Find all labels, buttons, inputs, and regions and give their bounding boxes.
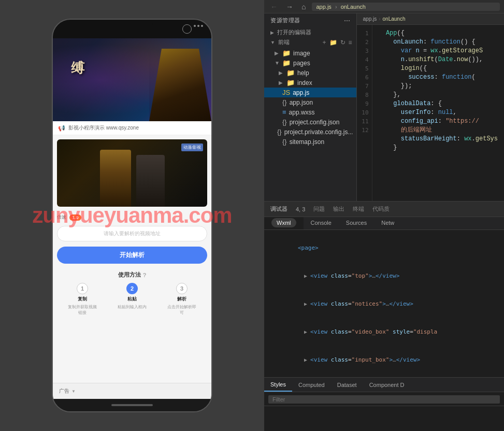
filter-bar [264,392,504,406]
tree-item-privateconfig[interactable]: {} project.private.config.js... [264,127,356,137]
phone-controls [194,25,203,27]
code-line-9: globalData: { [379,99,498,108]
step-2-num: 2 [126,283,138,294]
frontend-arrow: ▼ [270,40,275,45]
wxss-icon-appwxss: ≡ [282,108,286,116]
tree-label-appjson: app.json [290,99,313,106]
line-num-10: 10 [362,108,368,117]
add-file-icon[interactable]: + [322,39,326,46]
tree-item-image[interactable]: ▶ 📁 image [264,48,356,58]
frontend-label: ▼ 前端 + 📁 ↻ ≡ [264,37,356,47]
more-options-icon[interactable]: ⋯ [344,17,350,24]
banner-title: 缚 [68,49,87,50]
styles-panel: Styles Computed Dataset Component D [264,377,504,431]
line-num-3: 3 [365,47,369,55]
code-line-10: userInfo: null, [379,108,498,117]
tree-label-image: image [293,50,310,57]
banner-person [149,49,211,121]
code-line-13: } [379,143,498,152]
video-overlay-text: 动漫/影视 [181,143,203,151]
ad-bar: 广告 ▼ [53,383,211,399]
code-panel: app.js › onLaunch 1 2 3 4 5 6 7 8 9 10 1… [357,13,504,201]
debugger-output: 输出 [333,205,344,213]
line-numbers: 1 2 3 4 5 6 7 8 9 10 11 12 [357,25,372,201]
tree-item-help[interactable]: ▶ 📁 help [264,68,356,78]
js-icon-appjs: JS [282,89,290,96]
tree-label-appwxss: app.wxss [289,109,315,116]
styles-tabs: Styles Computed Dataset Component D [264,378,504,392]
speed-badge: 1.0 [69,214,81,221]
debugger-tab-console[interactable]: Console [304,217,339,229]
code-content: App({ onLaunch: function() { var n = wx.… [372,25,504,201]
json-icon-projectconfig: {} [282,118,287,126]
nav-path-fn: onLaunch [341,4,366,10]
step-3-num: 3 [176,283,188,294]
tree-item-appwxss[interactable]: ≡ app.wxss [264,107,356,117]
nav-path-file: app.js [316,4,331,10]
step-3-label: 解析 [177,296,186,303]
filter-input[interactable] [268,395,500,404]
phone-content: 缚 周冬雨 最终集... 📢 影视小程序演示 www.qsy.zone 动漫/影… [53,38,211,399]
tree-item-appjs[interactable]: JS app.js [264,88,356,97]
add-folder-icon[interactable]: 📁 [329,39,337,46]
speed-badge-area: 倍速 1.0 [53,211,211,224]
styles-tab-dataset[interactable]: Dataset [331,378,363,392]
nav-forward-icon[interactable]: → [284,2,295,12]
tree-label-projectconfig: project.config.json [290,119,340,126]
dot1 [194,25,196,27]
step-1: 1 复制 复制并获取视频链接 [67,283,98,315]
tree-item-sitemap[interactable]: {} sitemap.json [264,137,356,147]
tree-item-pages[interactable]: ▼ 📁 pages [264,58,356,68]
speaker-icon: 📢 [58,125,65,132]
refresh-icon[interactable]: ↻ [340,39,345,46]
ad-chevron-icon: ▼ [71,389,76,394]
wxml-active-label: Wxml [271,218,296,227]
line-num-4: 4 [365,55,369,64]
line-num-8: 8 [365,91,369,99]
tree-label-pages: pages [293,60,310,67]
ide-top-nav: ← → ⌂ app.js › onLaunch [264,0,504,13]
nav-home-icon[interactable]: ⌂ [299,2,308,12]
code-editor[interactable]: 1 2 3 4 5 6 7 8 9 10 11 12 App({ onLaunc… [357,25,504,201]
phone-circle-btn [182,24,192,34]
debugger-tab-network[interactable]: Netw [374,217,401,229]
figure-right [136,155,165,207]
debugger-position: 4, 3 [296,206,305,212]
tree-label-help: help [297,69,309,77]
html-line-3: ▶ <view class="notices">…</view> [270,290,498,318]
step-3-desc: 点击开始解析即可 [166,304,197,315]
styles-tab-component[interactable]: Component D [363,378,411,392]
dot2 [197,25,199,27]
tree-item-projectconfig[interactable]: {} project.config.json [264,117,356,127]
phone-bottom-bar [53,399,211,411]
tree-arrow-image: ▶ [275,50,280,56]
resource-manager-title: 资源管理器 [270,17,300,24]
usage-steps: 1 复制 复制并获取视频链接 2 粘贴 粘贴到输入框内 3 解析 点击开始解析即… [53,281,211,320]
person-silhouette [149,49,211,121]
line-num-12: 12 [362,126,368,135]
code-line-5: login({ [379,64,498,73]
styles-tab-styles[interactable]: Styles [264,378,292,392]
tree-item-index[interactable]: ▶ 📁 index [264,78,356,88]
html-line-2: ▶ <view class="top">…</view> [270,262,498,290]
file-tree: ▶ 📁 image ▼ 📁 pages ▶ 📁 help [264,47,356,148]
notice-text: 影视小程序演示 www.qsy.zone [68,124,206,132]
parse-button[interactable]: 开始解析 [57,247,207,264]
code-line-4: n.unshift(Date.now()), [379,55,498,64]
tree-item-appjson[interactable]: {} app.json [264,97,356,107]
debugger-tab-wxml[interactable]: Wxml [264,217,304,229]
video-url-input-area[interactable]: 请输入要解析的视频地址 [57,226,207,241]
json-icon-sitemap: {} [282,138,287,146]
collapse-icon[interactable]: ≡ [349,39,352,46]
debugger-code: 代码质 [372,205,390,213]
debugger-tab-sources[interactable]: Sources [339,217,374,229]
styles-tab-computed[interactable]: Computed [292,378,331,392]
tree-arrow-index: ▶ [279,80,284,85]
phone-notch [111,20,153,29]
debugger-panel: 调试器 4, 3 问题 输出 终端 代码质 Wxml Console Sourc… [264,201,504,377]
code-line-8: }, [379,91,498,99]
nav-breadcrumb: app.js › onLaunch [312,3,500,11]
breadcrumb-file: app.js [363,16,377,22]
debugger-label: 调试器 [270,205,287,213]
folder-icon-image: 📁 [282,49,291,57]
